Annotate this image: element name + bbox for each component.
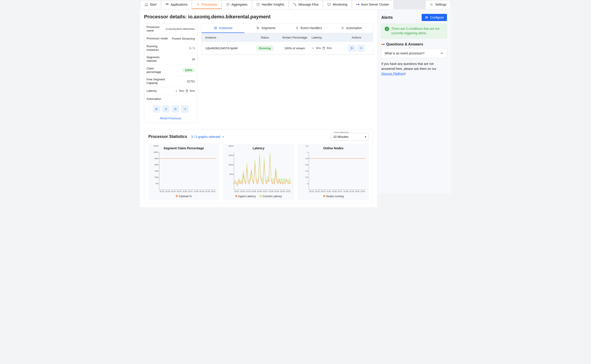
- subtab-instances[interactable]: Instances: [202, 24, 244, 33]
- arrow-down-icon: [175, 90, 178, 92]
- summary-label: Free Segment Capacity: [146, 78, 169, 85]
- th-instance: Instance: [205, 36, 252, 39]
- check-icon: [385, 27, 389, 31]
- claim-percentage-badge: 100%: [182, 68, 195, 72]
- svg-rect-14: [214, 28, 217, 29]
- summary-label: Claim percentage: [146, 67, 169, 74]
- summary-value: 16: [192, 58, 195, 61]
- chevron-down-icon: [440, 52, 444, 55]
- svg-point-21: [425, 18, 426, 18]
- instances-icon: [214, 26, 217, 30]
- flow-icon: [293, 3, 297, 6]
- svg-rect-10: [328, 3, 331, 5]
- svg-rect-13: [214, 27, 217, 27]
- summary-label: Processor mode: [146, 37, 168, 40]
- tab-settings[interactable]: Settings: [425, 0, 451, 9]
- tab-monitoring[interactable]: Monitoring: [323, 0, 352, 9]
- tab-message-flow[interactable]: Message Flow: [289, 0, 323, 9]
- discuss-link[interactable]: Discuss Platform: [381, 72, 405, 75]
- svg-point-3: [166, 4, 166, 5]
- svg-point-5: [168, 4, 168, 5]
- axon-icon: [356, 4, 359, 5]
- subtab-automation[interactable]: Automation: [330, 24, 373, 33]
- pause-button[interactable]: [162, 105, 170, 113]
- summary-label: Processor name: [146, 25, 166, 33]
- alerts-title: Alerts: [381, 15, 393, 20]
- subtab-event-handlers[interactable]: Event Handlers: [287, 24, 330, 33]
- svg-point-0: [166, 3, 166, 4]
- tab-label: Start: [150, 3, 157, 6]
- summary-label: Running instances: [146, 45, 169, 52]
- sliders-icon: [425, 16, 428, 19]
- chart-title: Segment Claim Percentage: [150, 146, 218, 150]
- svg-point-4: [167, 4, 167, 5]
- automation-icon: [341, 26, 344, 30]
- gear-icon: [430, 3, 433, 6]
- tab-label: Settings: [435, 3, 446, 6]
- clock-icon: [226, 3, 230, 6]
- svg-point-1: [167, 3, 167, 4]
- gauge-icon: [256, 3, 260, 6]
- th-actions: Actions: [344, 36, 369, 39]
- svg-point-23: [427, 17, 428, 18]
- tab-label: Handler Insights: [262, 3, 284, 6]
- svg-point-2: [168, 3, 168, 4]
- chart-nodes: Online Nodes 00.20.40.60.811.210:2210:23…: [298, 144, 369, 200]
- reset-processor-link[interactable]: Reset Processor: [144, 115, 197, 123]
- qa-accordion-item[interactable]: What is an event processor?: [381, 49, 447, 58]
- tab-label: Message Flow: [299, 3, 319, 6]
- stats-title: Processor Statistics: [148, 134, 187, 139]
- summary-actions: [144, 103, 197, 115]
- tab-applications[interactable]: Applications: [161, 0, 192, 9]
- summary-value: io.axoniq.demo.bikerental.payme: [166, 27, 195, 30]
- summary-label: Automation: [146, 97, 161, 101]
- svg-point-19: [323, 47, 325, 48]
- svg-rect-9: [295, 5, 296, 6]
- chevron-down-icon: [222, 135, 225, 138]
- top-nav: Start Applications Processors Aggregates…: [140, 0, 451, 9]
- row-play-button[interactable]: [348, 45, 356, 52]
- chart-claim: Segment Claim Percentage 0%20%40%60%80%1…: [148, 144, 219, 200]
- th-status: Status: [252, 36, 278, 39]
- status-badge: Running: [256, 46, 274, 51]
- svg-point-11: [431, 4, 432, 5]
- cell-stream: 100% of stream: [278, 46, 312, 50]
- svg-point-18: [342, 27, 343, 28]
- tab-processors[interactable]: Processors: [192, 0, 222, 9]
- svg-rect-8: [293, 3, 294, 4]
- summary-value: Pooled Streaming: [172, 37, 195, 40]
- th-stream: Stream Percentage: [278, 36, 312, 39]
- tab-start[interactable]: Start: [140, 0, 161, 9]
- merge-button[interactable]: [172, 105, 179, 113]
- qa-heading: Questions & Answers: [381, 42, 447, 46]
- split-button[interactable]: [181, 105, 189, 113]
- tab-axon-cluster[interactable]: Axon Server Cluster: [352, 0, 393, 9]
- play-button[interactable]: [153, 105, 160, 113]
- tab-handler-insights[interactable]: Handler Insights: [252, 0, 289, 9]
- summary-value: 32751: [187, 80, 195, 83]
- row-pause-button[interactable]: [357, 45, 365, 52]
- chart-latency: Latency -5ms10ms15ms20ms10:2210:2310:241…: [223, 144, 294, 200]
- configure-button[interactable]: Configure: [422, 14, 447, 21]
- table-row: 1@e89362c54578-5pbW Running 100% of stre…: [202, 42, 373, 55]
- th-latency: Latency: [312, 36, 344, 39]
- page-title: Processor details: io.axoniq.demo.bikere…: [144, 14, 373, 20]
- svg-point-22: [426, 17, 427, 17]
- tab-aggregates[interactable]: Aggregates: [222, 0, 252, 9]
- segments-icon: [256, 26, 260, 30]
- cell-instance: 1@e89362c54578-5pbW: [205, 46, 252, 50]
- graphs-selector[interactable]: 3 / 3 graphs selected: [191, 135, 225, 139]
- tab-label: Monitoring: [333, 3, 347, 6]
- help-text: If you have any questions that are not a…: [381, 62, 447, 76]
- time-window-value[interactable]: 10 Minutes: [331, 133, 369, 141]
- time-window-select[interactable]: Time Window 10 Minutes: [331, 133, 369, 141]
- latency-value: 3ms 5ms: [175, 89, 195, 92]
- chart-title: Online Nodes: [299, 146, 367, 150]
- summary-label: Segments claimed: [146, 56, 169, 63]
- home-icon: [145, 3, 148, 6]
- subtab-segments[interactable]: Segments: [244, 24, 287, 33]
- tab-label: Axon Server Cluster: [361, 3, 389, 6]
- database-icon: [322, 46, 325, 50]
- arrow-down-icon: [312, 47, 314, 50]
- table-header: Instance Status Stream Percentage Latenc…: [202, 33, 373, 42]
